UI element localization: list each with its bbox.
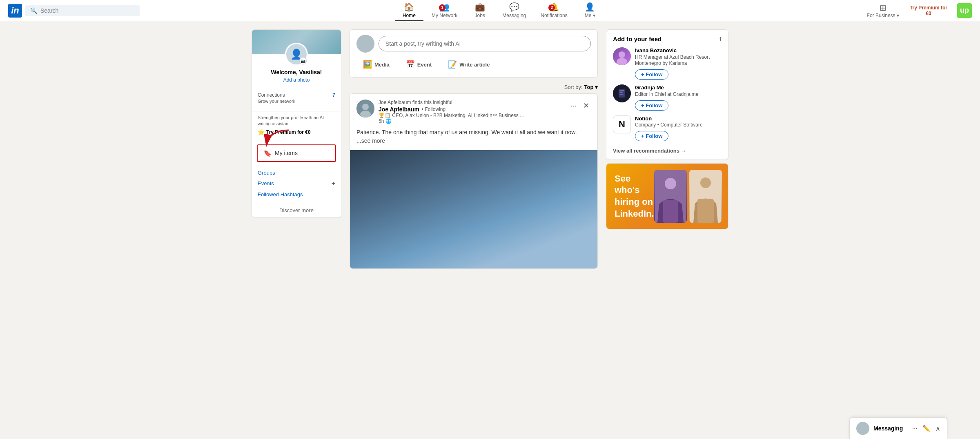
follow-button-1[interactable]: + Follow [635,69,668,80]
post-time-value: 5h [379,118,384,124]
event-icon: 📅 [406,60,415,69]
me-icon: 👤 [585,2,595,12]
article-label: Write article [459,62,490,68]
sidebar-item-events[interactable]: Events + [258,178,335,189]
upwork-label: up [960,6,969,15]
sidebar-links: Groups Events + Followed Hashtags [252,165,341,201]
feed-item-name-2: Gradnja Me [635,84,722,91]
svg-point-5 [619,51,625,58]
logo-text: in [11,6,19,15]
messaging-collapse-icon[interactable]: ∧ [935,425,940,432]
nav-messaging[interactable]: 💬 Messaging [496,0,532,21]
nav-messaging-label: Messaging [502,13,526,18]
post-body: Patience. The one thing that many of us … [350,128,597,150]
feed-item-sub-2: Editor In Chief at Gradnja.me [635,91,722,98]
feed-item: N Notion Company • Computer Software + F… [613,115,722,141]
linkedin-logo[interactable]: in [8,4,22,18]
post-author-name[interactable]: Joe Apfelbaum [379,106,419,113]
groups-label: Groups [258,170,275,176]
post-author-info: Joe Apfelbaum finds this insightful Joe … [379,100,565,124]
see-more-link[interactable]: ...see more [356,137,385,144]
sidebar-item-groups[interactable]: Groups [258,168,335,178]
composer-avatar [356,35,374,53]
nav-my-network[interactable]: 👥 1 My Network [425,0,464,21]
right-sidebar: Add to your feed ℹ [606,29,728,269]
nav-home-label: Home [403,13,416,18]
add-event-icon[interactable]: + [332,180,335,187]
nav-center: 🏠 Home 👥 1 My Network 💼 Jobs 💬 Messaging… [395,0,604,21]
page-content: 👤 📷 Welcome, Vasilisa! Add a photo Conne… [245,21,735,277]
post-activity: Joe Apfelbaum finds this insightful [379,100,565,105]
sidebar-item-hashtags[interactable]: Followed Hashtags [258,189,335,200]
media-label: Media [374,62,390,68]
info-icon[interactable]: ℹ [719,36,722,42]
post-text: Patience. The one thing that many of us … [356,129,577,135]
feed-item: Gradnja Me Editor In Chief at Gradnja.me… [613,84,722,110]
red-arrow [260,128,297,153]
camera-icon: 📷 [299,57,307,64]
premium-link[interactable]: Try Premium for €0 [905,5,952,16]
post-image-inner [350,150,597,268]
nav-me[interactable]: 👤 Me ▾ [576,0,604,21]
follow-button-3[interactable]: + Follow [635,131,668,141]
follow-button-2[interactable]: + Follow [635,100,668,111]
jobs-icon: 💼 [475,2,485,12]
premium-text: Strengthen your profile with an AI writi… [258,115,335,127]
nav-jobs[interactable]: 💼 Jobs [466,0,494,21]
post-input[interactable] [379,36,591,51]
sort-bar: Sort by: Top ▾ [350,81,598,92]
discover-more-button[interactable]: Discover more [252,203,341,217]
ad-card: See who's hiring on LinkedIn. [606,163,728,229]
nav-notifications-label: Notifications [541,13,567,18]
sort-value[interactable]: Top ▾ [584,84,598,90]
nav-me-label: Me ▾ [585,13,595,18]
feed-item-avatar-3: N [613,115,631,133]
messaging-compose-icon[interactable]: ✏️ [922,425,931,432]
feed-item-info-2: Gradnja Me Editor In Chief at Gradnja.me… [635,84,722,110]
messaging-more-icon[interactable]: ··· [912,425,918,432]
article-action[interactable]: 📝 Write article [441,57,496,72]
upwork-button[interactable]: up [957,3,972,18]
nav-my-network-label: My Network [432,13,457,18]
profile-card: 👤 📷 Welcome, Vasilisa! Add a photo Conne… [252,29,341,218]
media-icon: 🖼️ [363,60,372,69]
premium-line2: €0 [910,11,947,16]
post-composer: 🖼️ Media 📅 Event 📝 Write article [350,29,598,78]
nav-notifications[interactable]: 🔔 2 Notifications [534,0,574,21]
event-action[interactable]: 📅 Event [399,57,438,72]
feed-card-title: Add to your feed [613,35,662,42]
ad-person-2 [689,170,722,223]
add-photo-link[interactable]: Add a photo [252,77,341,88]
post-author-title: 🏆📋 CEO, Ajax Union - B2B Marketing, AI L… [379,113,565,118]
media-action[interactable]: 🖼️ Media [356,57,396,72]
feed-item-name-3: Notion [635,115,722,122]
svg-rect-17 [697,199,714,223]
avatar[interactable]: 👤 📷 [285,43,308,66]
nav-home[interactable]: 🏠 Home [395,0,423,21]
post-author-status: • Following [422,106,445,112]
svg-rect-10 [619,92,623,93]
messaging-label: Messaging [873,425,908,432]
post-more-icon[interactable]: ··· [569,100,578,112]
left-sidebar: 👤 📷 Welcome, Vasilisa! Add a photo Conne… [252,29,341,269]
ad-text: See who's hiring on LinkedIn. [615,173,654,220]
center-feed: 🖼️ Media 📅 Event 📝 Write article Sort by… [350,29,598,269]
nav-jobs-label: Jobs [475,13,485,18]
feed-item-info-1: Ivana Bozanovic HR Manager at Azul Beach… [635,47,722,80]
messaging-icon: 💬 [509,2,519,12]
composer-top [356,35,591,53]
for-business[interactable]: ⊞ For Business ▾ [863,3,903,18]
search-input[interactable] [40,7,135,14]
post-card: Joe Apfelbaum finds this insightful Joe … [350,93,598,269]
composer-actions: 🖼️ Media 📅 Event 📝 Write article [356,57,591,72]
feed-item-avatar-1 [613,47,631,65]
profile-avatar-wrap: 👤 📷 [252,43,341,66]
events-label: Events [258,180,274,186]
notifications-icon: 🔔 2 [549,2,559,12]
view-all-recommendations[interactable]: View all recommendations → [613,146,722,154]
search-bar[interactable]: 🔍 [25,5,140,16]
svg-point-16 [700,177,711,188]
post-close-icon[interactable]: ✕ [581,100,591,112]
feed-item: Ivana Bozanovic HR Manager at Azul Beach… [613,47,722,80]
notifications-badge: 2 [548,4,555,11]
